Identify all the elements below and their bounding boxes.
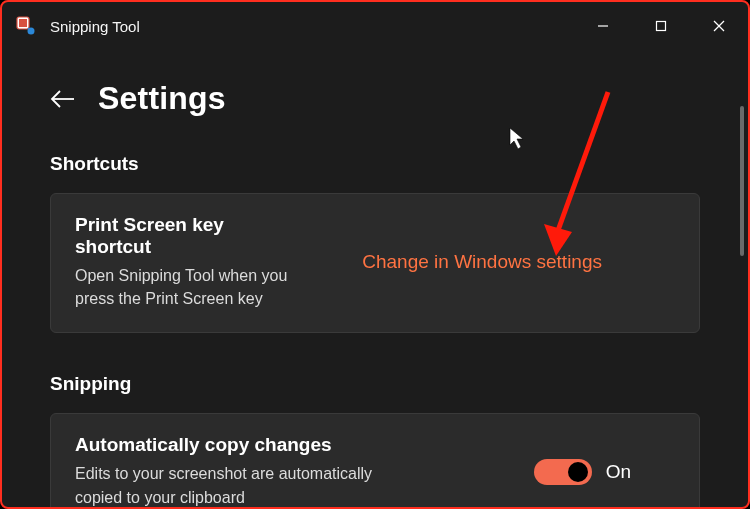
- back-button[interactable]: [50, 86, 76, 112]
- snipping-card-desc: Edits to your screenshot are automatical…: [75, 462, 415, 507]
- shortcut-card-text: Print Screen key shortcut Open Snipping …: [75, 214, 305, 310]
- section-heading-shortcuts: Shortcuts: [50, 153, 700, 175]
- shortcut-card: Print Screen key shortcut Open Snipping …: [50, 193, 700, 333]
- snipping-card-title: Automatically copy changes: [75, 434, 415, 456]
- svg-rect-5: [657, 22, 666, 31]
- minimize-button[interactable]: [574, 2, 632, 50]
- app-window: Snipping Tool Settings Shortcut: [0, 0, 750, 509]
- shortcut-card-title: Print Screen key shortcut: [75, 214, 305, 258]
- title-bar: Snipping Tool: [2, 2, 748, 50]
- app-icon: [16, 16, 36, 36]
- toggle-knob: [568, 462, 588, 482]
- shortcut-card-desc: Open Snipping Tool when you press the Pr…: [75, 264, 305, 310]
- content-area: Settings Shortcuts Print Screen key shor…: [2, 50, 748, 507]
- toggle-state-label: On: [606, 461, 631, 483]
- header-row: Settings: [50, 80, 700, 117]
- snipping-card-text: Automatically copy changes Edits to your…: [75, 434, 415, 507]
- close-button[interactable]: [690, 2, 748, 50]
- section-heading-snipping: Snipping: [50, 373, 700, 395]
- scrollbar-thumb[interactable]: [740, 106, 744, 256]
- app-title: Snipping Tool: [50, 18, 140, 35]
- toggle-wrap: On: [534, 459, 677, 485]
- window-controls: [574, 2, 748, 50]
- page-title: Settings: [98, 80, 226, 117]
- snipping-card: Automatically copy changes Edits to your…: [50, 413, 700, 507]
- arrow-left-icon: [50, 89, 76, 109]
- auto-copy-toggle[interactable]: [534, 459, 592, 485]
- maximize-button[interactable]: [632, 2, 690, 50]
- svg-rect-1: [19, 19, 27, 27]
- change-in-windows-settings-link[interactable]: Change in Windows settings: [362, 251, 677, 273]
